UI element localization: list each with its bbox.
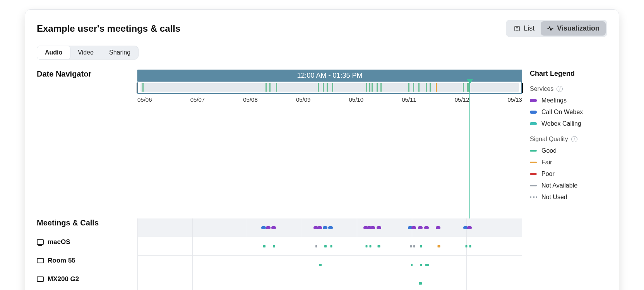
nav-event-tick [467, 83, 468, 92]
activity-icon [547, 25, 554, 32]
legend-swatch [530, 196, 537, 198]
quality-tick[interactable] [413, 245, 415, 247]
event-dot[interactable] [328, 226, 333, 229]
nav-event-tick [369, 83, 370, 92]
legend-item: Poor [530, 171, 607, 177]
list-icon [514, 25, 521, 32]
view-toggle: List Visualization [506, 20, 607, 37]
quality-tick[interactable] [366, 245, 368, 247]
event-dot[interactable] [418, 226, 423, 229]
list-view-label: List [524, 24, 534, 32]
device-label: macOS [48, 238, 70, 246]
date-navigator[interactable]: 12:00 AM - 01:35 PM 05/0605/0705/0805/09… [137, 70, 522, 103]
legend-item-label: Good [541, 147, 557, 154]
nav-event-tick [327, 83, 328, 92]
nav-event-tick [418, 83, 420, 92]
info-icon[interactable]: i [571, 136, 577, 142]
legend-swatch [530, 122, 537, 125]
quality-tick[interactable] [411, 264, 413, 266]
date-axis-label: 05/11 [402, 96, 416, 103]
device-row: MX200 G2 [37, 270, 130, 288]
quality-tick[interactable] [315, 245, 317, 247]
date-navigator-title: Date Navigator [37, 70, 130, 78]
legend-item: Not Available [530, 182, 607, 189]
event-dot[interactable] [370, 226, 375, 229]
quality-tick[interactable] [377, 245, 380, 247]
nav-event-tick [372, 83, 373, 92]
quality-tick[interactable] [419, 282, 422, 285]
nav-event-tick [426, 83, 427, 92]
quality-tick[interactable] [319, 264, 322, 266]
event-dot[interactable] [436, 226, 440, 229]
event-dot[interactable] [424, 226, 429, 229]
device-timeline-row [138, 256, 522, 274]
nav-event-tick [413, 83, 414, 92]
date-axis-label: 05/12 [455, 96, 469, 103]
quality-tick[interactable] [469, 245, 471, 247]
date-axis-label: 05/06 [137, 96, 152, 103]
quality-tick[interactable] [466, 245, 468, 247]
event-dot[interactable] [317, 226, 322, 229]
troubleshooting-card: Example user's meetings & calls List Vis… [25, 9, 619, 290]
device-label: MX200 G2 [48, 275, 79, 283]
list-view-button[interactable]: List [507, 21, 541, 36]
legend-item: Not Used [530, 194, 607, 201]
range-handle-right[interactable] [522, 83, 523, 93]
nav-event-tick [269, 83, 271, 92]
event-dot[interactable] [377, 226, 381, 229]
quality-tick[interactable] [437, 245, 440, 247]
legend-quality-label: Signal Quality [530, 136, 568, 143]
event-dot[interactable] [467, 226, 472, 229]
date-axis-label: 05/08 [243, 96, 258, 103]
quality-tick[interactable] [273, 245, 275, 247]
quality-tick[interactable] [420, 264, 422, 266]
meetings-calls-chart: 12:00 AM06:15 AM12:31 PM06:47 PM01:03 AM… [137, 218, 522, 290]
legend-item-label: Webex Calling [541, 120, 581, 127]
legend-swatch [530, 99, 537, 102]
quality-tick[interactable] [425, 264, 429, 266]
event-dot[interactable] [323, 226, 327, 229]
legend-item-label: Fair [541, 159, 552, 166]
legend-item-label: Not Used [541, 194, 567, 201]
quality-tick[interactable] [324, 245, 327, 247]
legend-item-label: Meetings [541, 97, 567, 104]
info-icon[interactable]: i [557, 86, 563, 92]
nav-event-tick [430, 83, 431, 92]
nav-event-tick [463, 83, 464, 92]
event-dot[interactable] [261, 226, 266, 229]
visualization-view-button[interactable]: Visualization [541, 21, 606, 36]
quality-tick[interactable] [370, 245, 372, 247]
quality-tick[interactable] [330, 245, 332, 247]
nav-event-tick [323, 83, 324, 92]
device-row: macOS [37, 233, 130, 251]
legend-swatch [530, 111, 537, 114]
quality-tick[interactable] [420, 245, 422, 247]
date-range-bar[interactable]: 12:00 AM - 01:35 PM [137, 70, 522, 82]
events-header-row [138, 218, 522, 237]
nav-event-tick [276, 83, 277, 92]
media-tabs: Audio Video Sharing [37, 46, 139, 60]
device-timeline-row [138, 237, 522, 256]
date-axis-label: 05/13 [507, 96, 522, 103]
nav-event-tick [332, 83, 333, 92]
tab-sharing[interactable]: Sharing [101, 46, 138, 59]
legend-swatch [530, 150, 537, 152]
event-dot[interactable] [266, 226, 271, 229]
date-axis-label: 05/10 [349, 96, 364, 103]
legend-item: Good [530, 147, 607, 154]
tab-audio[interactable]: Audio [37, 46, 70, 60]
device-row: Room 55 [37, 251, 130, 270]
quality-tick[interactable] [410, 245, 412, 247]
legend-services-header: Services i [530, 85, 607, 92]
event-dot[interactable] [271, 226, 276, 229]
meetings-calls-title: Meetings & Calls [37, 218, 130, 227]
legend-quality-header: Signal Quality i [530, 136, 607, 143]
nav-event-tick [142, 83, 144, 92]
range-handle-left[interactable] [137, 83, 137, 93]
date-nav-track[interactable] [137, 82, 522, 94]
tab-video[interactable]: Video [70, 46, 101, 59]
legend-item-label: Call On Webex [541, 109, 583, 116]
device-timeline-row [138, 274, 522, 290]
event-dot[interactable] [411, 226, 416, 229]
quality-tick[interactable] [263, 245, 265, 247]
